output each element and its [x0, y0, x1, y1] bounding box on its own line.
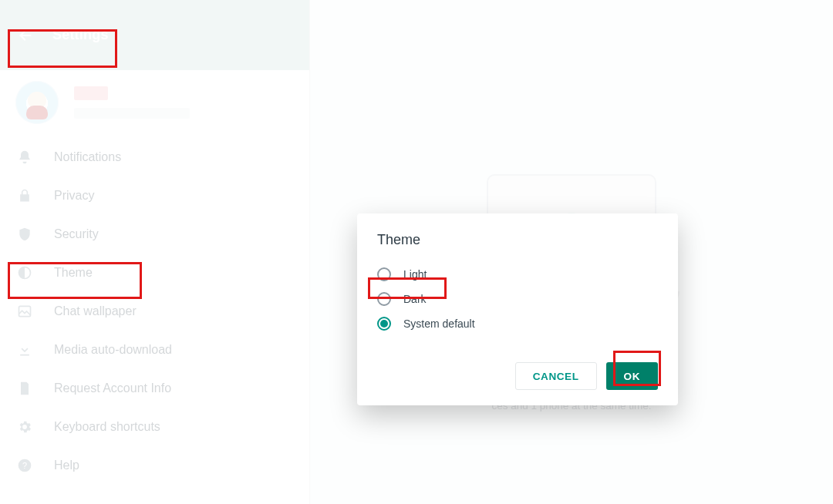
ok-button[interactable]: OK — [606, 362, 658, 390]
modal-title: Theme — [377, 232, 658, 248]
radio-icon — [377, 292, 391, 306]
theme-option-dark[interactable]: Dark — [377, 287, 658, 311]
option-label: Light — [403, 268, 427, 281]
option-label: Dark — [403, 293, 427, 305]
radio-icon — [377, 267, 391, 281]
option-label: System default — [403, 318, 475, 330]
theme-option-system-default[interactable]: System default — [377, 311, 658, 336]
theme-option-light[interactable]: Light — [377, 262, 658, 287]
modal-actions: CANCEL OK — [377, 362, 658, 390]
theme-modal: Theme Light Dark System default CANCEL O… — [357, 213, 678, 405]
radio-icon — [377, 317, 391, 331]
cancel-button[interactable]: CANCEL — [515, 362, 597, 390]
